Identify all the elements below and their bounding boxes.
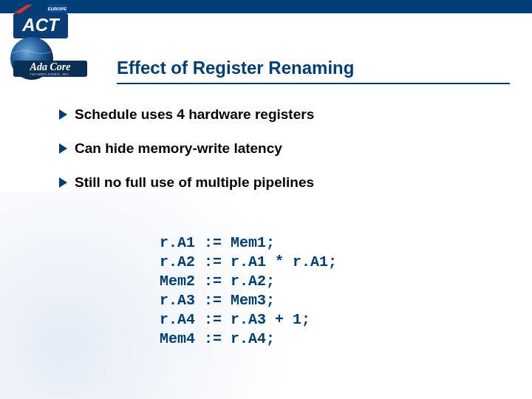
act-logo-text: ACT: [21, 15, 61, 35]
adacore-logo-subtext: TECHNOLOGIES, INC.: [30, 72, 71, 76]
adacore-logo-text: Ada Core: [30, 61, 71, 72]
bullet-text: Still no full use of multiple pipelines: [75, 174, 314, 191]
bullet-item: Schedule uses 4 hardware registers: [59, 106, 502, 123]
slide-title: Effect of Register Renaming: [117, 58, 510, 84]
bullet-list: Schedule uses 4 hardware registers Can h…: [59, 106, 502, 208]
logo-cluster: ACT EUROPE Ada Core TECHNOLOGIES, INC.: [13, 3, 102, 84]
bullet-text: Can hide memory-write latency: [75, 140, 282, 157]
code-block: r.A1 := Mem1; r.A2 := r.A1 * r.A1; Mem2 …: [160, 233, 337, 349]
bullet-item: Can hide memory-write latency: [59, 140, 502, 157]
svg-marker-2: [13, 4, 33, 13]
adacore-logo: Ada Core TECHNOLOGIES, INC.: [9, 35, 90, 81]
bullet-item: Still no full use of multiple pipelines: [59, 174, 502, 191]
act-europe-logo: ACT EUROPE: [13, 3, 68, 40]
title-container: Effect of Register Renaming: [117, 58, 510, 84]
bullet-text: Schedule uses 4 hardware registers: [75, 106, 314, 123]
triangle-bullet-icon: [59, 143, 67, 154]
triangle-bullet-icon: [59, 177, 67, 188]
triangle-bullet-icon: [59, 109, 67, 120]
act-logo-subtext: EUROPE: [48, 7, 66, 11]
